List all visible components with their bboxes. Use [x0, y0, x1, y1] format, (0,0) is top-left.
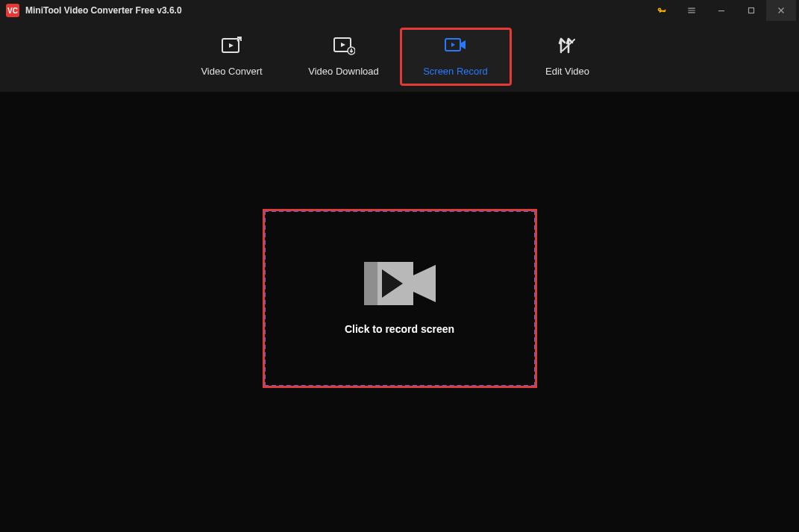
svg-rect-6: [364, 262, 377, 305]
tab-label: Edit Video: [545, 66, 589, 77]
tab-label: Video Download: [308, 66, 378, 77]
content-area: Click to record screen: [0, 93, 799, 532]
tab-label: Screen Record: [423, 66, 488, 77]
tab-video-download[interactable]: Video Download: [288, 28, 400, 86]
titlebar: VC MiniTool Video Converter Free v3.6.0: [0, 0, 799, 21]
tab-screen-record[interactable]: Screen Record: [400, 28, 512, 86]
main-nav: Video Convert Video Download Screen Reco…: [0, 21, 799, 93]
hamburger-icon: [686, 5, 697, 16]
app-title: MiniTool Video Converter Free v3.6.0: [25, 5, 182, 16]
close-icon: [776, 5, 786, 16]
key-icon: [657, 5, 667, 16]
screen-record-icon: [444, 36, 468, 55]
upgrade-key-button[interactable]: [647, 0, 677, 21]
video-convert-icon: [221, 36, 243, 55]
maximize-button[interactable]: [736, 0, 766, 21]
camera-icon: [364, 262, 436, 305]
tab-edit-video[interactable]: Edit Video: [512, 28, 624, 86]
record-prompt-text: Click to record screen: [345, 323, 454, 335]
record-screen-button[interactable]: Click to record screen: [264, 210, 536, 387]
minimize-icon: [716, 5, 727, 16]
minimize-button[interactable]: [706, 0, 736, 21]
tab-label: Video Convert: [201, 66, 262, 77]
maximize-icon: [746, 5, 756, 16]
video-download-icon: [333, 36, 355, 55]
edit-video-icon: [558, 36, 577, 55]
close-button[interactable]: [766, 0, 796, 21]
app-logo: VC: [6, 4, 19, 17]
tab-video-convert[interactable]: Video Convert: [176, 28, 288, 86]
svg-rect-0: [749, 8, 754, 13]
menu-button[interactable]: [677, 0, 706, 21]
